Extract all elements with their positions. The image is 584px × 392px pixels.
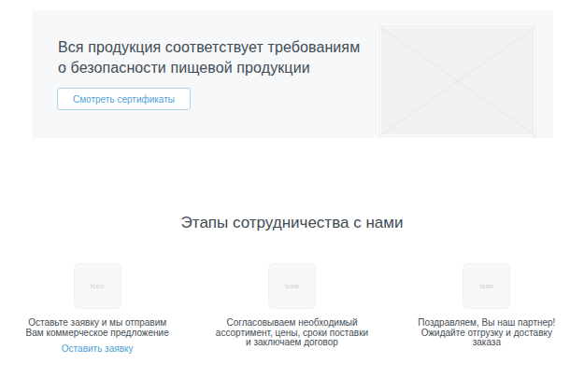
step-text-line: и заключаем договор	[216, 338, 368, 348]
step-text-line: Поздравляем, Вы наш партнер!	[418, 318, 555, 329]
step-text-line: Согласовываем необходимый	[216, 318, 368, 329]
view-certificates-button[interactable]: Смотреть сертификаты	[57, 88, 191, 110]
hero-image-placeholder	[379, 26, 536, 136]
step-text-line: заказа	[418, 338, 555, 348]
step-item-request: icon Оставьте заявку и мы отправим Вам к…	[0, 263, 194, 355]
certificates-hero-panel: Вся продукция соответствует требованиям …	[32, 10, 553, 138]
step-text: Согласовываем необходимый ассортимент, ц…	[216, 318, 368, 348]
step-text: Оставьте заявку и мы отправим Вам коммер…	[26, 318, 169, 338]
step-text-line: Вам коммерческое предложение	[26, 329, 169, 339]
step-icon-placeholder: icon	[268, 263, 316, 309]
step-text-line: Оставьте заявку и мы отправим	[26, 318, 169, 329]
step-item-partner: icon Поздравляем, Вы наш партнер! Ожидай…	[390, 263, 584, 355]
step-item-agreement: icon Согласовываем необходимый ассортиме…	[194, 263, 389, 355]
steps-section-title: Этапы сотрудничества с нами	[0, 214, 584, 232]
step-icon-placeholder: icon	[74, 263, 121, 309]
hero-title: Вся продукция соответствует требованиям …	[58, 37, 360, 78]
steps-grid: icon Оставьте заявку и мы отправим Вам к…	[0, 263, 584, 355]
step-icon-placeholder: icon	[463, 263, 510, 309]
leave-request-link[interactable]: Оставить заявку	[62, 344, 134, 355]
icon-placeholder-label: icon	[91, 283, 105, 289]
step-text: Поздравляем, Вы наш партнер! Ожидайте от…	[418, 318, 555, 348]
placeholder-cross-icon	[380, 27, 535, 135]
icon-placeholder-label: icon	[285, 283, 299, 289]
hero-title-line: Вся продукция соответствует требованиям	[58, 37, 360, 58]
hero-title-line: о безопасности пищевой продукции	[58, 58, 360, 78]
icon-placeholder-label: icon	[479, 283, 493, 289]
